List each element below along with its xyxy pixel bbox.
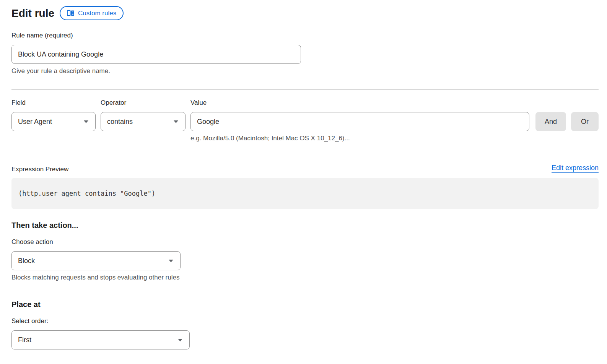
rule-name-input[interactable] [11,45,301,64]
chevron-down-icon [169,260,173,262]
rule-name-helper: Give your rule a descriptive name. [11,67,599,75]
or-button[interactable]: Or [571,112,599,131]
rule-name-section: Rule name (required) Give your rule a de… [11,32,599,75]
order-select-value: First [18,336,31,344]
operator-select-value: contains [107,118,133,126]
value-input[interactable] [190,112,529,131]
page-title: Edit rule [11,7,54,20]
expression-preview-label: Expression Preview [11,165,68,173]
place-at-heading: Place at [11,300,599,309]
conjunction-buttons: And Or [535,99,599,142]
and-button[interactable]: And [535,112,566,131]
chevron-down-icon [84,120,88,123]
expression-preview-code: (http.user_agent contains "Google") [11,178,599,209]
action-select[interactable]: Block [11,251,181,270]
custom-rules-button-label: Custom rules [78,10,116,16]
expression-builder-row: Field User Agent Operator contains Value… [11,99,599,142]
value-column: Value e.g. Mozilla/5.0 (Macintosh; Intel… [190,99,529,142]
chevron-down-icon [174,120,178,123]
field-select-value: User Agent [18,118,52,126]
operator-select[interactable]: contains [101,112,186,131]
action-select-value: Block [18,257,35,265]
rule-name-label: Rule name (required) [11,32,599,39]
value-label: Value [190,99,529,107]
field-label: Field [11,99,96,107]
action-heading: Then take action... [11,221,599,230]
action-section: Then take action... Choose action Block … [11,221,599,281]
order-select[interactable]: First [11,330,190,349]
chevron-down-icon [178,339,182,341]
section-divider [11,89,599,89]
field-select[interactable]: User Agent [11,112,96,131]
operator-label: Operator [101,99,186,107]
edit-expression-link[interactable]: Edit expression [552,164,599,173]
field-column: Field User Agent [11,99,96,142]
placement-section: Place at Select order: First [11,300,599,349]
custom-rules-docs-button[interactable]: Custom rules [60,6,124,20]
value-helper: e.g. Mozilla/5.0 (Macintosh; Intel Mac O… [190,134,529,142]
choose-action-label: Choose action [11,238,599,246]
expression-preview-header: Expression Preview Edit expression [11,164,599,173]
edit-rule-page: Edit rule Custom rules Rule name (requir… [11,6,599,349]
select-order-label: Select order: [11,317,599,325]
operator-column: Operator contains [101,99,186,142]
page-header: Edit rule Custom rules [11,6,599,20]
expression-preview-section: Expression Preview Edit expression (http… [11,164,599,209]
open-book-icon [67,10,75,16]
action-helper: Blocks matching requests and stops evalu… [11,273,599,281]
